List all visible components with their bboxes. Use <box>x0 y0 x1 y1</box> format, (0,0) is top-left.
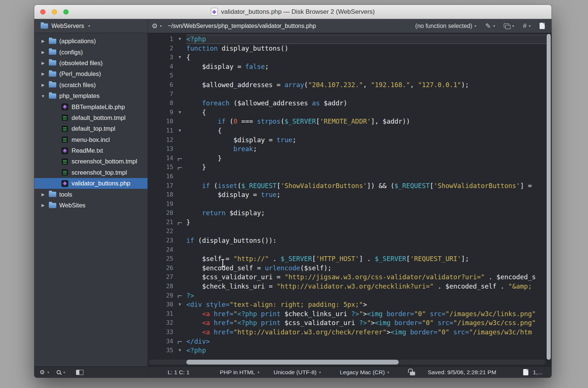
code-line[interactable]: 30▼<div style="text-align: right; paddin… <box>148 300 546 309</box>
tree-folder-row[interactable]: ▶tools <box>34 189 148 200</box>
fold-open-icon[interactable]: ▼ <box>173 126 186 136</box>
code-line[interactable]: 23if (display_buttons()): <box>148 236 546 245</box>
code-line[interactable]: 27 $css_validator_uri = "http://jigsaw.w… <box>148 273 546 282</box>
code-line[interactable]: 12 $display = true; <box>148 136 546 145</box>
documents-menu-button[interactable]: ▾ <box>504 23 514 28</box>
status-gear-menu[interactable]: ⚙ ▾ <box>39 367 49 378</box>
code-line[interactable]: 21} <box>148 218 546 227</box>
sidebar-header[interactable]: WebServers ▾ <box>34 19 148 33</box>
new-document-button[interactable] <box>540 23 545 29</box>
tree-file-row[interactable]: screenshot_top.tmpl <box>34 167 148 178</box>
sidebar-toggle-button[interactable] <box>76 367 83 378</box>
code-line[interactable]: 35▼<?php <box>148 346 546 355</box>
settings-menu-button[interactable]: ⚙ ▾ <box>152 22 162 30</box>
fold-spacer <box>173 264 186 273</box>
code-line[interactable]: 32 <a href="<?php print $css_validator_u… <box>148 318 546 328</box>
sidebar-toggle-icon <box>76 370 83 375</box>
code-line[interactable]: 1▼<?php <box>148 35 546 44</box>
code-line[interactable]: 7 <box>148 90 546 99</box>
disclosure-closed-icon[interactable]: ▶ <box>40 203 46 208</box>
fold-end-icon[interactable] <box>173 337 186 346</box>
fold-open-icon[interactable]: ▼ <box>173 300 186 309</box>
code-line[interactable]: 14 } <box>148 154 546 163</box>
code-line[interactable]: 6 $allowed_addresses = array("204.107.23… <box>148 80 546 90</box>
counter-menu-button[interactable]: # ▾ <box>523 22 531 30</box>
tree-folder-row[interactable]: ▶(obsoleted files) <box>34 58 148 69</box>
minimize-button[interactable] <box>52 9 57 15</box>
fold-spacer <box>173 172 186 181</box>
code-line[interactable]: 28 $check_links_uri = "http://validator.… <box>148 282 546 291</box>
code-line[interactable]: 25 $self = "http://" . $_SERVER['HTTP_HO… <box>148 254 546 264</box>
horizontal-scrollbar-thumb[interactable] <box>186 360 399 365</box>
fold-open-icon[interactable]: ▼ <box>173 108 186 117</box>
tree-file-row[interactable]: menu-box.incl <box>34 134 148 145</box>
disclosure-open-icon[interactable]: ▼ <box>40 94 46 98</box>
code-line[interactable]: 2function display_buttons() <box>148 44 546 53</box>
function-selector[interactable]: (no function selected) ▾ <box>415 23 476 29</box>
code-line[interactable]: 8 foreach ($allowed_addresses as $addr) <box>148 99 546 108</box>
tree-folder-row[interactable]: ▶(applications) <box>34 36 148 47</box>
code-line[interactable]: 10 if (0 === strpos($_SERVER['REMOTE_ADD… <box>148 117 546 126</box>
code-line[interactable]: 18 $display = true; <box>148 190 546 200</box>
fold-open-icon[interactable]: ▼ <box>173 35 186 44</box>
close-button[interactable] <box>40 9 45 15</box>
fold-end-icon[interactable] <box>173 154 186 163</box>
code-line[interactable]: 13 break; <box>148 144 546 154</box>
disclosure-closed-icon[interactable]: ▶ <box>40 61 46 66</box>
disclosure-closed-icon[interactable]: ▶ <box>40 71 46 76</box>
language-menu[interactable]: PHP in HTML ▾ <box>220 367 259 378</box>
fold-end-icon[interactable] <box>173 218 186 227</box>
unlocked-icon <box>410 372 415 375</box>
fold-spacer <box>173 44 186 53</box>
tree-folder-row[interactable]: ▶WebSites <box>34 200 148 211</box>
tree-file-row[interactable]: screenshot_bottom.tmpl <box>34 156 148 167</box>
lock-indicator[interactable] <box>410 367 415 378</box>
code-line[interactable]: 9▼ { <box>148 108 546 117</box>
fold-open-icon[interactable]: ▼ <box>173 53 186 62</box>
code-line[interactable]: 24 <box>148 245 546 255</box>
disclosure-closed-icon[interactable]: ▶ <box>40 50 46 55</box>
tree-file-row[interactable]: BBTemplateLib.php <box>34 101 148 112</box>
code-line[interactable]: 11▼ { <box>148 126 546 136</box>
encoding-menu[interactable]: Unicode (UTF-8) ▾ <box>274 367 321 378</box>
vertical-scrollbar[interactable] <box>547 34 551 360</box>
tree-folder-row[interactable]: ▶(configs) <box>34 47 148 57</box>
code-line[interactable]: 15 } <box>148 163 546 172</box>
line-number: 12 <box>148 136 173 145</box>
tree-folder-row[interactable]: ▶(scratch files) <box>34 80 148 90</box>
markers-menu-button[interactable]: ✎ ▾ <box>485 22 495 30</box>
fold-open-icon[interactable]: ▼ <box>173 346 186 355</box>
code-line[interactable]: 26 $encoded_self = urlencode($self); <box>148 264 546 273</box>
disclosure-closed-icon[interactable]: ▶ <box>40 83 46 88</box>
code-line[interactable]: 34</div> <box>148 337 546 346</box>
code-line[interactable]: 17 if (isset($_REQUEST['ShowValidatorBut… <box>148 181 546 191</box>
tree-item-label: screenshot_bottom.tmpl <box>72 158 137 165</box>
tree-file-row[interactable]: default_bottom.tmpl <box>34 112 148 123</box>
code-line[interactable]: 4 $display = false; <box>148 62 546 71</box>
code-line[interactable]: 33 <a href="http://validator.w3.org/chec… <box>148 328 546 337</box>
code-line[interactable]: 19 <box>148 200 546 209</box>
code-line[interactable]: 29?> <box>148 291 546 300</box>
code-line[interactable]: 31 <a href="<?php print $check_links_uri… <box>148 309 546 319</box>
tree-folder-row[interactable]: ▼php_templates <box>34 90 148 101</box>
zoom-button[interactable] <box>63 9 69 15</box>
disclosure-closed-icon[interactable]: ▶ <box>40 39 46 44</box>
code-editor[interactable]: 1▼<?php2function display_buttons()3▼{4 $… <box>148 33 551 366</box>
tree-folder-row[interactable]: ▶(Perl_modules) <box>34 69 148 79</box>
tree-item-label: (Perl_modules) <box>59 70 101 77</box>
fold-end-icon[interactable] <box>173 163 186 172</box>
code-line[interactable]: 3▼{ <box>148 53 546 62</box>
disclosure-closed-icon[interactable]: ▶ <box>40 192 46 197</box>
code-line[interactable]: 22 <box>148 227 546 236</box>
code-line[interactable]: 16 <box>148 172 546 181</box>
status-search-menu[interactable]: ▾ <box>57 367 65 378</box>
status-bar: ⚙ ▾ ▾ L: 1 C: 1 PHP in HTML ▾ Unicode (U… <box>34 366 551 378</box>
tree-file-row[interactable]: validator_buttons.php <box>34 178 148 189</box>
document-info-button[interactable] <box>523 367 528 378</box>
code-line[interactable]: 20 return $display; <box>148 209 546 218</box>
tree-file-row[interactable]: default_top.tmpl <box>34 123 148 134</box>
tree-file-row[interactable]: ReadMe.txt <box>34 145 148 156</box>
fold-end-icon[interactable] <box>173 291 186 300</box>
code-line[interactable]: 5 <box>148 71 546 80</box>
line-ending-menu[interactable]: Legacy Mac (CR) ▾ <box>340 367 389 378</box>
